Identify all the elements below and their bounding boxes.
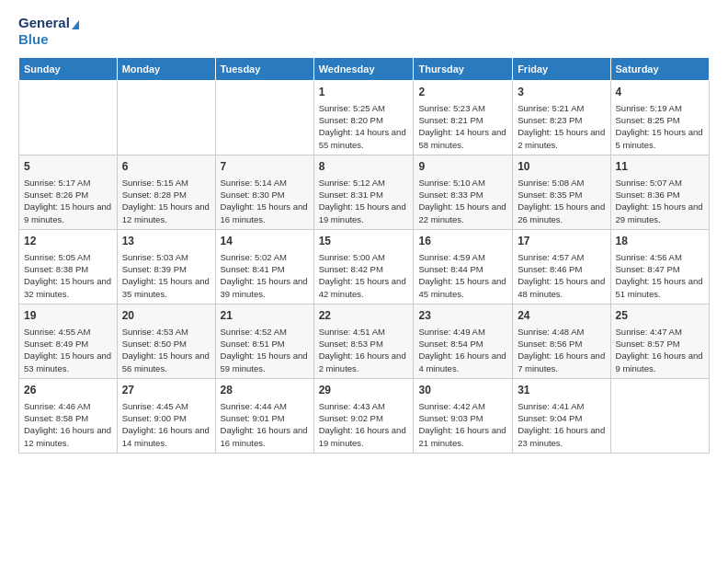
- day-number: 29: [319, 383, 409, 398]
- daylight-text: Daylight: 15 hours and 29 minutes.: [616, 201, 703, 224]
- week-row-3: 19Sunrise: 4:55 AMSunset: 8:49 PMDayligh…: [19, 304, 710, 378]
- sunrise-text: Sunrise: 5:15 AM: [122, 178, 188, 188]
- header-friday: Friday: [513, 58, 610, 81]
- calendar-cell: 9Sunrise: 5:10 AMSunset: 8:33 PMDaylight…: [414, 155, 513, 229]
- header-thursday: Thursday: [414, 58, 513, 81]
- day-number: 16: [418, 234, 507, 249]
- daylight-text: Daylight: 16 hours and 19 minutes.: [319, 425, 406, 447]
- sunrise-text: Sunrise: 5:08 AM: [518, 178, 584, 188]
- daylight-text: Daylight: 15 hours and 22 minutes.: [418, 201, 506, 224]
- day-number: 12: [24, 234, 112, 249]
- sunrise-text: Sunrise: 4:47 AM: [616, 327, 682, 337]
- sunset-text: Sunset: 8:36 PM: [616, 190, 680, 200]
- day-number: 8: [319, 159, 409, 175]
- daylight-text: Daylight: 15 hours and 42 minutes.: [319, 276, 406, 298]
- calendar-cell: 26Sunrise: 4:46 AMSunset: 8:58 PMDayligh…: [19, 378, 118, 453]
- sunrise-text: Sunrise: 4:48 AM: [518, 327, 584, 337]
- daylight-text: Daylight: 15 hours and 53 minutes.: [24, 350, 111, 373]
- sunset-text: Sunset: 8:46 PM: [518, 264, 582, 274]
- calendar-cell: 2Sunrise: 5:23 AMSunset: 8:21 PMDaylight…: [414, 81, 513, 155]
- daylight-text: Daylight: 16 hours and 16 minutes.: [221, 425, 308, 447]
- day-number: 11: [616, 159, 704, 175]
- day-number: 21: [221, 308, 309, 324]
- week-row-4: 26Sunrise: 4:46 AMSunset: 8:58 PMDayligh…: [19, 378, 710, 453]
- day-number: 25: [616, 308, 704, 324]
- calendar-cell: 8Sunrise: 5:12 AMSunset: 8:31 PMDaylight…: [313, 155, 414, 229]
- day-number: 2: [418, 85, 507, 100]
- header-saturday: Saturday: [610, 58, 709, 81]
- day-number: 9: [418, 159, 507, 175]
- sunrise-text: Sunrise: 5:03 AM: [122, 252, 188, 262]
- sunrise-text: Sunrise: 5:07 AM: [616, 178, 682, 188]
- day-number: 24: [518, 308, 605, 324]
- daylight-text: Daylight: 15 hours and 45 minutes.: [418, 276, 506, 298]
- sunset-text: Sunset: 8:39 PM: [122, 264, 187, 274]
- sunrise-text: Sunrise: 4:52 AM: [221, 327, 287, 337]
- sunset-text: Sunset: 8:42 PM: [319, 264, 383, 274]
- sunrise-text: Sunrise: 4:49 AM: [418, 327, 484, 337]
- sunrise-text: Sunrise: 5:00 AM: [319, 252, 385, 262]
- sunrise-text: Sunrise: 4:43 AM: [319, 401, 385, 411]
- daylight-text: Daylight: 15 hours and 2 minutes.: [518, 127, 605, 149]
- daylight-text: Daylight: 15 hours and 12 minutes.: [122, 201, 210, 224]
- sunrise-text: Sunrise: 5:19 AM: [616, 103, 682, 113]
- daylight-text: Daylight: 15 hours and 48 minutes.: [518, 276, 605, 298]
- sunrise-text: Sunrise: 5:14 AM: [221, 178, 287, 188]
- sunrise-text: Sunrise: 5:10 AM: [418, 178, 484, 188]
- logo-general: General: [18, 15, 70, 30]
- calendar-cell: 20Sunrise: 4:53 AMSunset: 8:50 PMDayligh…: [117, 304, 215, 378]
- header-wednesday: Wednesday: [313, 58, 414, 81]
- day-number: 18: [616, 234, 704, 249]
- sunset-text: Sunset: 8:28 PM: [122, 190, 187, 200]
- sunset-text: Sunset: 8:21 PM: [418, 115, 483, 125]
- day-number: 7: [221, 159, 309, 175]
- sunrise-text: Sunrise: 4:51 AM: [319, 327, 385, 337]
- sunrise-text: Sunrise: 4:45 AM: [122, 401, 188, 411]
- sunrise-text: Sunrise: 4:46 AM: [24, 401, 90, 411]
- sunset-text: Sunset: 8:51 PM: [221, 339, 285, 349]
- header-monday: Monday: [117, 58, 215, 81]
- sunrise-text: Sunrise: 5:17 AM: [24, 178, 90, 188]
- daylight-text: Daylight: 16 hours and 14 minutes.: [122, 425, 210, 447]
- calendar-cell: 24Sunrise: 4:48 AMSunset: 8:56 PMDayligh…: [513, 304, 610, 378]
- day-number: 19: [24, 308, 112, 324]
- day-number: 4: [616, 85, 704, 100]
- daylight-text: Daylight: 16 hours and 23 minutes.: [518, 425, 605, 447]
- sunset-text: Sunset: 8:47 PM: [616, 264, 680, 274]
- sunrise-text: Sunrise: 4:53 AM: [122, 327, 188, 337]
- calendar-cell: [215, 81, 313, 155]
- sunset-text: Sunset: 8:23 PM: [518, 115, 582, 125]
- calendar-cell: 30Sunrise: 4:42 AMSunset: 9:03 PMDayligh…: [414, 378, 513, 453]
- calendar-cell: 29Sunrise: 4:43 AMSunset: 9:02 PMDayligh…: [313, 378, 414, 453]
- sunset-text: Sunset: 8:35 PM: [518, 190, 582, 200]
- daylight-text: Daylight: 16 hours and 4 minutes.: [418, 350, 506, 373]
- sunset-text: Sunset: 8:33 PM: [418, 190, 483, 200]
- sunrise-text: Sunrise: 4:57 AM: [518, 252, 584, 262]
- daylight-text: Daylight: 16 hours and 9 minutes.: [616, 350, 703, 373]
- calendar-cell: 1Sunrise: 5:25 AMSunset: 8:20 PMDaylight…: [313, 81, 414, 155]
- header: General Blue: [18, 15, 710, 48]
- day-number: 26: [24, 383, 112, 398]
- sunset-text: Sunset: 8:41 PM: [221, 264, 285, 274]
- sunset-text: Sunset: 9:02 PM: [319, 413, 383, 423]
- daylight-text: Daylight: 15 hours and 5 minutes.: [616, 127, 703, 149]
- day-number: 20: [122, 308, 210, 324]
- calendar-cell: 4Sunrise: 5:19 AMSunset: 8:25 PMDaylight…: [610, 81, 709, 155]
- daylight-text: Daylight: 15 hours and 56 minutes.: [122, 350, 210, 373]
- calendar-table: SundayMondayTuesdayWednesdayThursdayFrid…: [18, 57, 710, 454]
- day-number: 6: [122, 159, 210, 175]
- sunset-text: Sunset: 8:31 PM: [319, 190, 383, 200]
- sunset-text: Sunset: 8:26 PM: [24, 190, 88, 200]
- logo-triangle-icon: [72, 20, 79, 29]
- calendar-cell: 15Sunrise: 5:00 AMSunset: 8:42 PMDayligh…: [313, 229, 414, 304]
- day-number: 30: [418, 383, 507, 398]
- week-row-2: 12Sunrise: 5:05 AMSunset: 8:38 PMDayligh…: [19, 229, 710, 304]
- daylight-text: Daylight: 14 hours and 58 minutes.: [418, 127, 506, 149]
- day-number: 31: [518, 383, 605, 398]
- calendar-cell: 31Sunrise: 4:41 AMSunset: 9:04 PMDayligh…: [513, 378, 610, 453]
- day-number: 10: [518, 159, 605, 175]
- calendar-cell: 22Sunrise: 4:51 AMSunset: 8:53 PMDayligh…: [313, 304, 414, 378]
- calendar-cell: 7Sunrise: 5:14 AMSunset: 8:30 PMDaylight…: [215, 155, 313, 229]
- daylight-text: Daylight: 15 hours and 32 minutes.: [24, 276, 111, 298]
- sunrise-text: Sunrise: 5:12 AM: [319, 178, 385, 188]
